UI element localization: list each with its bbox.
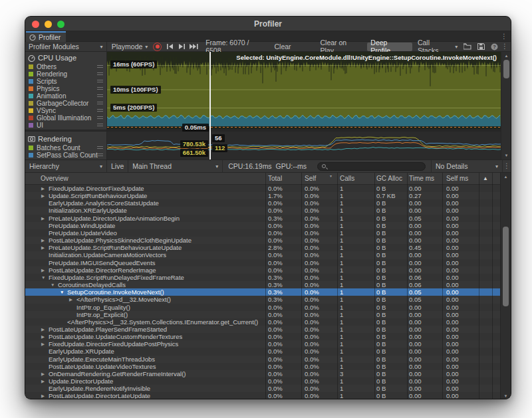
table-row[interactable]: Initialization.XREarlyUpdate0.0%0.0%10 B…	[25, 207, 501, 214]
table-row[interactable]: Initialization.UpdateCameraMotionVectors…	[25, 251, 501, 259]
drag-handle-icon[interactable]	[97, 116, 103, 119]
column-separator[interactable]	[265, 173, 266, 399]
column-separator[interactable]	[301, 173, 302, 399]
col-self-ms[interactable]: Self ms	[446, 173, 468, 185]
foldout-arrow-icon[interactable]: ▼	[41, 274, 45, 281]
rendering-module-header[interactable]: Rendering	[25, 133, 106, 144]
details-dropdown[interactable]: No Details▾	[431, 160, 503, 172]
cpu-usage-chart[interactable]	[107, 52, 501, 129]
foldout-arrow-icon[interactable]: ▶	[41, 237, 45, 244]
col-self[interactable]: Self	[305, 173, 316, 185]
col-calls[interactable]: Calls	[340, 173, 354, 185]
legend-item[interactable]: SetPass Calls Count	[25, 152, 106, 159]
load-profile-button[interactable]	[462, 43, 473, 51]
legend-item[interactable]: Global Illumination	[25, 114, 106, 122]
column-separator[interactable]	[492, 173, 493, 399]
legend-item[interactable]: GarbageCollector	[25, 100, 106, 107]
save-profile-button[interactable]	[475, 43, 486, 51]
hierarchy-menu-icon[interactable]: ⋮	[503, 161, 511, 171]
collapse-all-icon[interactable]: ▲	[483, 173, 488, 185]
scrollbar-thumb[interactable]	[503, 227, 509, 306]
chart-scrollbar[interactable]: ▲ ▼	[501, 52, 511, 159]
table-row[interactable]: ▶PreLateUpdate.ScriptRunBehaviourLateUpd…	[25, 244, 501, 251]
search-input[interactable]	[317, 162, 426, 171]
table-row[interactable]: ▶FixedUpdate.DirectorFixedUpdate0.0%0.0%…	[25, 185, 501, 192]
column-separator[interactable]	[479, 173, 479, 399]
table-row[interactable]: ▶PostLateUpdate.PhysicsSkinnedClothBegin…	[25, 237, 501, 244]
table-row[interactable]: PostLateUpdate.UpdateVideoTextures0.0%0.…	[25, 363, 501, 370]
foldout-arrow-icon[interactable]: ▶	[41, 370, 45, 377]
col-total[interactable]: Total	[268, 173, 282, 185]
rendering-chart[interactable]	[107, 132, 501, 159]
table-row[interactable]: ▶PostLateUpdate.UpdateCustomRenderTextur…	[25, 333, 501, 340]
table-row[interactable]: EarlyUpdate.AnalyticsCoreStatsUpdate0.0%…	[25, 199, 501, 207]
col-overview[interactable]: Overview	[41, 173, 68, 185]
deep-profile-toggle[interactable]: Deep Profile	[367, 43, 412, 51]
table-row[interactable]: PreUpdate.IMGUISendQueuedEvents0.0%0.0%1…	[25, 259, 501, 266]
foldout-arrow-icon[interactable]: ▶	[41, 244, 45, 251]
legend-item[interactable]: VSync	[25, 107, 106, 114]
table-row[interactable]: ▶FixedUpdate.DirectorFixedUpdatePostPhys…	[25, 340, 501, 348]
column-separator[interactable]	[407, 173, 408, 399]
table-row[interactable]: ▶<AfterPhysics>d__32.MoveNext()0.3%0.0%1…	[25, 296, 501, 303]
table-row[interactable]: ▶PostLateUpdate.PlayerSendFrameStarted0.…	[25, 326, 501, 333]
titlebar[interactable]: Profiler	[25, 17, 511, 31]
drag-handle-icon[interactable]	[97, 94, 103, 97]
thread-dropdown[interactable]: Main Thread▾	[128, 160, 223, 172]
charts-area[interactable]: Selected: UnityEngine.CoreModule.dll!Uni…	[107, 52, 501, 159]
foldout-arrow-icon[interactable]: ▶	[41, 185, 45, 192]
table-row[interactable]: EarlyUpdate.XRUpdate0.0%0.0%10 B0.000.00	[25, 348, 501, 355]
help-button[interactable]: ?	[489, 43, 499, 51]
foldout-arrow-icon[interactable]: ▶	[41, 333, 45, 340]
live-button[interactable]: Live	[107, 160, 128, 172]
table-row[interactable]: IntPtr.op_Explicit()0.0%0.0%10 B0.000.00	[25, 311, 501, 318]
table-row[interactable]: IntPtr.op_Equality()0.0%0.0%10 B0.000.00	[25, 304, 501, 311]
table-row[interactable]: ▶Update.DirectorUpdate0.0%0.0%10 B0.000.…	[25, 377, 501, 385]
legend-item[interactable]: UI	[25, 122, 106, 129]
scroll-down-icon[interactable]: ▼	[501, 153, 511, 158]
foldout-arrow-icon[interactable]: ▼	[60, 288, 64, 296]
frame-playhead[interactable]	[209, 52, 211, 159]
playmode-dropdown[interactable]: Playmode▾	[108, 42, 152, 51]
record-button[interactable]	[153, 43, 162, 51]
legend-item[interactable]: Physics	[25, 85, 106, 92]
foldout-arrow-icon[interactable]: ▶	[69, 296, 72, 303]
call-stacks-dropdown[interactable]: Call Stacks▾	[414, 42, 461, 51]
legend-item[interactable]: Scripts	[25, 78, 106, 85]
tab-menu-icon[interactable]: ⋮	[500, 32, 508, 41]
table-row[interactable]: ▶PostLateUpdate.DirectorLateUpdate0.0%0.…	[25, 392, 501, 399]
toolbar-menu-icon[interactable]: ⋮	[501, 42, 509, 51]
table-row[interactable]: PreUpdate.UpdateVideo0.0%0.0%10 B0.000.0…	[25, 229, 501, 237]
col-gc-alloc[interactable]: GC Alloc	[376, 173, 402, 185]
cpu-module-header[interactable]: CPU Usage	[25, 52, 106, 63]
scroll-up-icon[interactable]: ▲	[501, 53, 511, 58]
clear-on-play-button[interactable]: Clear on Play	[317, 42, 365, 51]
clear-button[interactable]: Clear	[271, 42, 295, 51]
legend-item[interactable]: Animation	[25, 92, 106, 100]
table-row[interactable]: ▼SetupCoroutine.InvokeMoveNext()0.3%0.0%…	[25, 288, 501, 296]
table-row[interactable]: ▼FixedUpdate.ScriptRunDelayedFixedFrameR…	[25, 274, 501, 281]
legend-item[interactable]: Triangles Count	[25, 159, 106, 159]
current-frame-button[interactable]	[188, 43, 199, 51]
scroll-up-icon[interactable]: ▲	[501, 174, 511, 179]
foldout-arrow-icon[interactable]: ▶	[41, 377, 45, 385]
foldout-arrow-icon[interactable]: ▶	[41, 392, 45, 399]
legend-item[interactable]: Rendering	[25, 70, 106, 78]
column-separator[interactable]	[374, 173, 375, 399]
legend-item[interactable]: Others	[25, 63, 106, 70]
table-row[interactable]: EarlyUpdate.ExecuteMainThreadJobs0.0%0.0…	[25, 356, 501, 363]
foldout-arrow-icon[interactable]: ▼	[51, 281, 55, 288]
table-row[interactable]: PreUpdate.WindUpdate0.0%0.0%10 B0.000.00	[25, 222, 501, 229]
foldout-arrow-icon[interactable]: ▶	[41, 326, 45, 333]
column-separator[interactable]	[442, 173, 443, 399]
col-time-ms[interactable]: Time ms	[409, 173, 434, 185]
drag-handle-icon[interactable]	[97, 146, 103, 149]
drag-handle-icon[interactable]	[97, 72, 103, 75]
next-frame-button[interactable]	[176, 43, 187, 51]
hierarchy-dropdown[interactable]: Hierarchy▾	[25, 160, 107, 172]
foldout-arrow-icon[interactable]: ▶	[41, 266, 45, 274]
scrollbar-thumb[interactable]	[503, 60, 509, 78]
table-row[interactable]: ▶PostLateUpdate.DirectorRenderImage0.0%0…	[25, 266, 501, 274]
profiler-modules-dropdown[interactable]: Profiler Modules▾	[25, 42, 107, 51]
scroll-down-icon[interactable]: ▼	[501, 393, 511, 399]
